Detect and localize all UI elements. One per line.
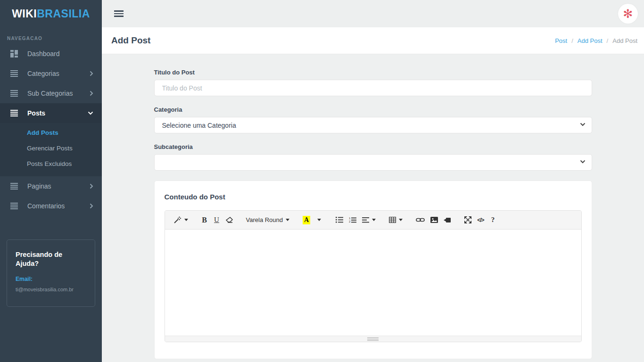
list-icon bbox=[10, 182, 18, 190]
font-color-icon: A bbox=[303, 216, 310, 224]
table-dropdown[interactable] bbox=[386, 214, 405, 227]
list-ol-icon: 12 bbox=[349, 217, 356, 223]
codeview-button[interactable]: </> bbox=[474, 214, 487, 227]
category-field-label: Categoria bbox=[154, 106, 592, 113]
submenu-item-add-posts[interactable]: Add Posts bbox=[0, 125, 102, 140]
subcategory-field-group: Subcategoria bbox=[154, 143, 592, 171]
link-icon bbox=[416, 217, 425, 222]
unordered-list-button[interactable] bbox=[333, 214, 346, 227]
caret-down-icon bbox=[317, 219, 321, 221]
ordered-list-button[interactable]: 12 bbox=[346, 214, 359, 227]
font-family-dropdown[interactable]: Varela Round bbox=[243, 214, 293, 227]
help-email-label: Email: bbox=[16, 276, 86, 282]
sidebar-item-label: Sub Categorias bbox=[27, 90, 90, 97]
subcategory-field-label: Subcategoria bbox=[154, 143, 592, 150]
post-title-input[interactable] bbox=[154, 80, 592, 96]
help-box: Precisando de Ajuda? Email: ti@moveisbra… bbox=[7, 239, 95, 307]
page-title: Add Post bbox=[111, 35, 150, 46]
list-icon bbox=[10, 70, 18, 77]
video-icon bbox=[444, 217, 451, 223]
picture-icon bbox=[430, 217, 438, 223]
chevron-right-icon bbox=[90, 183, 93, 189]
subcategory-select[interactable] bbox=[154, 154, 592, 171]
breadcrumb: Post / Add Post / Add Post bbox=[555, 37, 637, 44]
svg-text:1: 1 bbox=[349, 217, 351, 220]
list-icon bbox=[10, 202, 18, 210]
add-post-form: Titulo do Post Categoria Selecione uma C… bbox=[154, 69, 592, 359]
breadcrumb-current: Add Post bbox=[612, 37, 637, 44]
submenu-item-gerenciar-posts[interactable]: Gerenciar Posts bbox=[0, 140, 102, 156]
svg-text:2: 2 bbox=[349, 220, 351, 223]
dashboard-icon bbox=[10, 50, 18, 58]
category-select[interactable]: Selecione uma Categoria bbox=[154, 117, 592, 133]
sidebar-item-comentarios[interactable]: Comentarios bbox=[0, 196, 102, 216]
chevron-right-icon bbox=[90, 203, 93, 209]
grip-icon bbox=[367, 337, 379, 341]
rich-text-editor: B U Varela Round bbox=[165, 210, 582, 342]
list-icon bbox=[10, 109, 18, 117]
fullscreen-button[interactable] bbox=[462, 214, 474, 227]
menu-toggle-button[interactable] bbox=[113, 8, 124, 19]
title-field-label: Titulo do Post bbox=[154, 69, 592, 76]
breadcrumb-link-post[interactable]: Post bbox=[555, 37, 567, 44]
submenu-item-posts-excluidos[interactable]: Posts Excluidos bbox=[0, 156, 102, 172]
video-button[interactable] bbox=[441, 214, 454, 227]
chevron-down-icon bbox=[580, 160, 586, 164]
font-color-caret-button[interactable] bbox=[313, 214, 325, 227]
category-field-group: Categoria Selecione uma Categoria bbox=[154, 106, 592, 133]
picture-button[interactable] bbox=[428, 214, 441, 227]
sidebar-item-label: Categorias bbox=[27, 70, 90, 77]
chevron-right-icon bbox=[90, 90, 93, 96]
clear-format-button[interactable] bbox=[223, 214, 236, 227]
content-area: Titulo do Post Categoria Selecione uma C… bbox=[102, 54, 644, 362]
sidebar-item-label: Paginas bbox=[27, 182, 90, 190]
help-box-title: Precisando de Ajuda? bbox=[16, 250, 72, 268]
magic-wand-icon bbox=[173, 216, 182, 224]
flower-icon: ✻ bbox=[623, 8, 633, 20]
sidebar-item-sub-categorias[interactable]: Sub Categorias bbox=[0, 83, 102, 103]
content-card: Conteudo do Post bbox=[154, 181, 592, 359]
paragraph-align-dropdown[interactable] bbox=[359, 214, 379, 227]
align-left-icon bbox=[362, 217, 369, 223]
sidebar-item-label: Dashboard bbox=[27, 50, 93, 58]
content-card-title: Conteudo do Post bbox=[165, 193, 582, 201]
brand-wiki: WIKI bbox=[12, 8, 37, 20]
list-ul-icon bbox=[336, 217, 343, 223]
editor-help-button[interactable]: ? bbox=[487, 214, 499, 227]
caret-down-icon bbox=[286, 219, 289, 221]
sidebar-item-paginas[interactable]: Paginas bbox=[0, 176, 102, 196]
page-header: Add Post Post / Add Post / Add Post bbox=[102, 27, 644, 54]
caret-down-icon bbox=[399, 219, 403, 221]
editor-content[interactable] bbox=[165, 230, 581, 336]
sidebar: WIKIBRASILIA NAVEGACAO Dashboard Categor… bbox=[0, 0, 102, 362]
nav-section-label: NAVEGACAO bbox=[0, 27, 102, 44]
sidebar-item-label: Comentarios bbox=[27, 202, 90, 210]
brand-logo[interactable]: WIKIBRASILIA bbox=[0, 0, 102, 27]
user-avatar[interactable]: ✻ bbox=[618, 4, 638, 24]
table-icon bbox=[389, 217, 396, 223]
brand-brasilia: BRASILIA bbox=[37, 8, 90, 20]
breadcrumb-link-add-post[interactable]: Add Post bbox=[578, 37, 603, 44]
editor-resize-handle[interactable] bbox=[165, 336, 581, 342]
style-dropdown-button[interactable] bbox=[171, 214, 191, 227]
bold-button[interactable]: B bbox=[198, 214, 211, 227]
list-icon bbox=[10, 90, 18, 97]
underline-button[interactable]: U bbox=[211, 214, 223, 227]
chevron-right-icon bbox=[90, 71, 93, 76]
sidebar-item-posts[interactable]: Posts bbox=[0, 103, 102, 123]
category-select-value: Selecione uma Categoria bbox=[162, 122, 236, 129]
sidebar-nav: Dashboard Categorias Sub Categorias bbox=[0, 44, 102, 216]
breadcrumb-separator: / bbox=[571, 37, 573, 44]
chevron-down-icon bbox=[580, 123, 586, 126]
title-field-group: Titulo do Post bbox=[154, 69, 592, 96]
link-button[interactable] bbox=[413, 214, 428, 227]
main-area: ✻ Add Post Post / Add Post / Add Post Ti… bbox=[102, 0, 644, 362]
editor-toolbar: B U Varela Round bbox=[165, 211, 581, 230]
caret-down-icon bbox=[184, 219, 188, 221]
app-root: WIKIBRASILIA NAVEGACAO Dashboard Categor… bbox=[0, 0, 644, 362]
fullscreen-icon bbox=[464, 216, 471, 223]
chevron-down-icon bbox=[88, 111, 93, 115]
sidebar-item-categorias[interactable]: Categorias bbox=[0, 64, 102, 83]
font-color-button[interactable]: A bbox=[300, 214, 313, 227]
sidebar-item-dashboard[interactable]: Dashboard bbox=[0, 44, 102, 64]
